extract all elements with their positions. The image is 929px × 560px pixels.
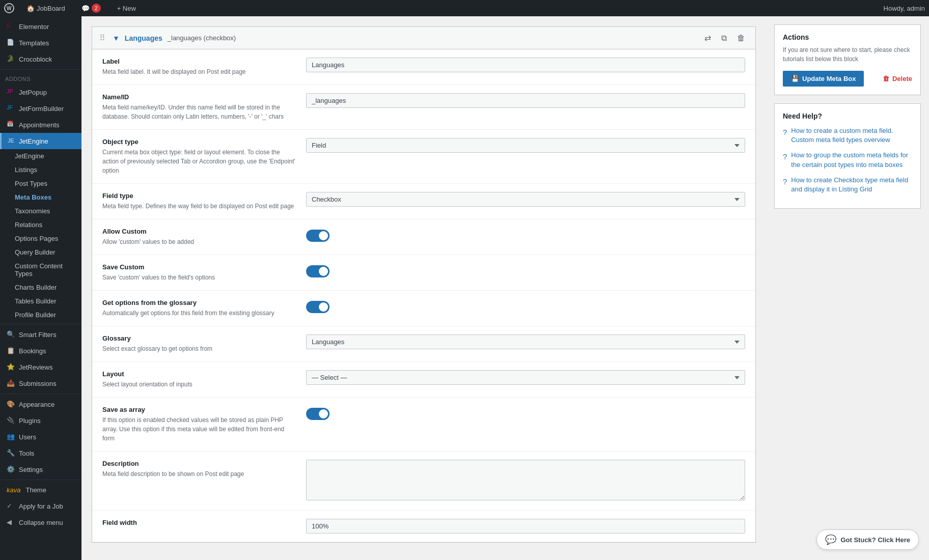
- submenu-item-post-types[interactable]: Post Types: [0, 177, 81, 190]
- submenu-item-jetengine[interactable]: JetEngine: [0, 149, 81, 163]
- submenu-item-query-builder[interactable]: Query Builder: [0, 245, 81, 259]
- sidebar-item-users[interactable]: 👥 Users: [0, 429, 81, 445]
- need-help-title: Need Help?: [783, 112, 912, 120]
- drag-handle[interactable]: ⠿: [99, 33, 105, 43]
- collapse-label: Collapse menu: [19, 519, 63, 526]
- sidebar-item-bookings[interactable]: 📋 Bookings: [0, 343, 81, 359]
- glossary-desc: Select exact glossary to get options fro…: [102, 344, 296, 353]
- sidebar-item-jetreviews[interactable]: ⭐ JetReviews: [0, 359, 81, 375]
- submenu-item-profile-builder[interactable]: Profile Builder: [0, 308, 81, 322]
- sidebar-item-crocoblock[interactable]: 🐊 Crocoblock: [0, 51, 81, 67]
- delete-field-button[interactable]: 🗑: [734, 32, 748, 44]
- name-id-desc: Meta field name/key/ID. Under this name …: [102, 103, 296, 121]
- got-stuck-button[interactable]: 💬 Got Stuck? Click Here: [816, 529, 919, 550]
- sidebar-item-plugins[interactable]: 🔌 Plugins: [0, 412, 81, 429]
- field-name-header: Languages: [125, 34, 162, 42]
- save-custom-title: Save Custom: [102, 263, 296, 271]
- site-name: JobBoard: [37, 5, 65, 12]
- help-link-2[interactable]: ? How to group the custom meta fields fo…: [783, 151, 912, 169]
- comments-item[interactable]: 💬 2: [77, 0, 105, 16]
- submenu-item-meta-boxes[interactable]: Meta Boxes: [0, 190, 81, 204]
- label-input[interactable]: [306, 58, 745, 72]
- sidebar-item-elementor[interactable]: E Elementor: [0, 18, 81, 35]
- field-width-input[interactable]: [306, 519, 745, 534]
- save-custom-toggle-wrap: [306, 263, 745, 279]
- sync-button[interactable]: ⇄: [701, 32, 714, 44]
- get-options-control: [306, 299, 745, 315]
- tables-builder-label: Tables Builder: [15, 297, 57, 305]
- sidebar-item-appearance[interactable]: 🎨 Appearance: [0, 396, 81, 412]
- sidebar-item-appointments[interactable]: 📅 Appointments: [0, 117, 81, 133]
- sidebar-item-settings[interactable]: ⚙️ Settings: [0, 461, 81, 478]
- field-type-select[interactable]: Text Textarea Checkbox Select Radio: [306, 192, 745, 207]
- actions-box: Actions If you are not sure where to sta…: [774, 24, 921, 95]
- save-custom-label: Save Custom Save 'custom' values to the …: [102, 263, 296, 282]
- comments-badge: 2: [92, 4, 101, 13]
- plugins-icon: 🔌: [7, 416, 15, 425]
- submenu-item-relations[interactable]: Relations: [0, 218, 81, 232]
- sidebar-item-jetpopup[interactable]: JP JetPopup: [0, 84, 81, 100]
- save-as-array-toggle-wrap: [306, 406, 745, 422]
- got-stuck-label: Got Stuck? Click Here: [840, 536, 910, 544]
- allow-custom-control: [306, 228, 745, 244]
- name-id-input[interactable]: [306, 93, 745, 108]
- help-link-1[interactable]: ? How to create a custom meta field. Cus…: [783, 126, 912, 145]
- query-builder-label: Query Builder: [15, 248, 55, 256]
- submenu-item-taxonomies[interactable]: Taxonomies: [0, 204, 81, 218]
- submenu-item-custom-content-types[interactable]: Custom Content Types: [0, 259, 81, 281]
- layout-select[interactable]: — Select — Horizontal Vertical: [306, 370, 745, 385]
- update-meta-box-button[interactable]: 💾 Update Meta Box: [783, 71, 864, 87]
- help-icon-2: ?: [783, 151, 787, 162]
- glossary-select[interactable]: Languages None: [306, 334, 745, 349]
- save-as-array-toggle[interactable]: [306, 408, 330, 420]
- get-options-toggle-wrap: [306, 299, 745, 315]
- copy-button[interactable]: ⧉: [718, 32, 730, 44]
- jetpopup-icon: JP: [7, 88, 15, 96]
- sidebar-item-tools[interactable]: 🔧 Tools: [0, 445, 81, 461]
- adminbar-right: Howdy, admin: [884, 5, 925, 12]
- sidebar-item-kava-theme[interactable]: kava Theme: [0, 482, 81, 498]
- get-options-toggle[interactable]: [306, 301, 330, 313]
- object-type-title: Object type: [102, 138, 296, 146]
- crocoblock-label: Crocoblock: [19, 55, 52, 63]
- site-name-item[interactable]: 🏠 JobBoard: [22, 0, 69, 16]
- submenu-item-tables-builder[interactable]: Tables Builder: [0, 294, 81, 308]
- submenu-item-options-pages[interactable]: Options Pages: [0, 232, 81, 245]
- wp-logo[interactable]: W: [4, 3, 14, 13]
- custom-content-types-label: Custom Content Types: [15, 262, 76, 277]
- sidebar-item-apply-for-job[interactable]: ✓ Apply for a Job: [0, 498, 81, 514]
- collapse-chevron[interactable]: ▼: [113, 34, 120, 42]
- new-item[interactable]: + New: [113, 0, 140, 16]
- submenu-item-charts-builder[interactable]: Charts Builder: [0, 281, 81, 294]
- sidebar-item-jetformbuilder[interactable]: JF JetFormBuilder: [0, 100, 81, 117]
- get-options-from-glossary-row: Get options from the glossary Automatica…: [92, 291, 755, 326]
- description-row: Description Meta field description to be…: [92, 452, 755, 511]
- allow-custom-title: Allow Custom: [102, 228, 296, 235]
- sidebar-item-submissions[interactable]: 📥 Submissions: [0, 375, 81, 391]
- description-control: [306, 460, 745, 502]
- layout-control: — Select — Horizontal Vertical: [306, 370, 745, 385]
- submenu-item-listings[interactable]: Listings: [0, 163, 81, 177]
- submissions-icon: 📥: [7, 379, 15, 387]
- description-desc: Meta field description to be shown on Po…: [102, 469, 296, 479]
- profile-builder-label: Profile Builder: [15, 311, 56, 319]
- sidebar-item-templates[interactable]: 📄 Templates: [0, 35, 81, 51]
- description-textarea[interactable]: [306, 460, 745, 500]
- sidebar-item-smart-filters[interactable]: 🔍 Smart Filters: [0, 326, 81, 343]
- delete-button[interactable]: 🗑 Delete: [883, 71, 912, 87]
- save-custom-toggle[interactable]: [306, 265, 330, 277]
- jetformbuilder-icon: JF: [7, 104, 15, 113]
- save-icon: 💾: [791, 75, 799, 82]
- label-row: Label Meta field label. It will be displ…: [92, 49, 755, 85]
- right-panel: Actions If you are not sure where to sta…: [766, 16, 929, 560]
- bookings-icon: 📋: [7, 347, 15, 355]
- help-link-3[interactable]: ? How to create Checkbox type meta field…: [783, 176, 912, 194]
- collapse-icon: ◀: [7, 518, 15, 526]
- object-type-select[interactable]: Field Tab Accordion Endpoint: [306, 138, 745, 153]
- allow-custom-toggle[interactable]: [306, 230, 330, 242]
- sidebar-item-jetengine[interactable]: JE JetEngine: [0, 133, 81, 149]
- addons-section-header: ADDONS: [0, 72, 81, 84]
- sidebar-item-collapse-menu[interactable]: ◀ Collapse menu: [0, 514, 81, 530]
- actions-description: If you are not sure where to start, plea…: [783, 45, 912, 64]
- settings-label: Settings: [19, 466, 43, 473]
